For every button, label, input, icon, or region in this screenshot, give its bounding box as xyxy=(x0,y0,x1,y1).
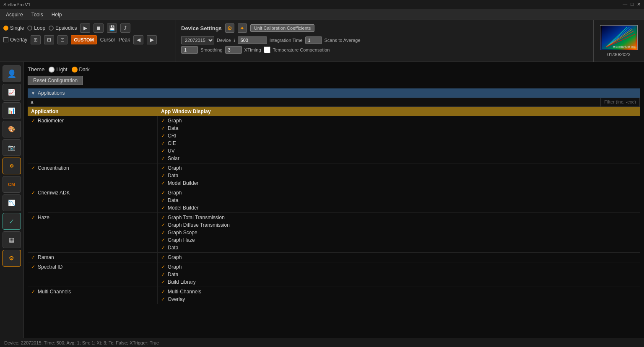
chart-line-button[interactable]: 📈 xyxy=(3,84,21,101)
window-check-2-0[interactable]: ✓ xyxy=(161,190,165,196)
analysis-button[interactable]: 📉 xyxy=(3,194,21,211)
maximize-button[interactable]: □ xyxy=(631,2,634,7)
temp-check[interactable] xyxy=(264,47,270,53)
column-window-header: App Window Display xyxy=(161,109,636,114)
app-check-1[interactable]: ✓ xyxy=(31,165,35,171)
window-item-1-1: ✓Data xyxy=(161,172,636,179)
app-row: ✓Spectral ID✓Graph✓Data✓Build Library xyxy=(28,262,640,287)
back-button[interactable]: ◀ xyxy=(133,35,143,44)
window-label-1-1: Data xyxy=(168,173,178,179)
mode-episodics[interactable]: Epsiodics xyxy=(49,25,77,31)
window-check-2-2[interactable]: ✓ xyxy=(161,205,165,211)
app-check-3[interactable]: ✓ xyxy=(31,215,35,220)
window-check-0-1[interactable]: ✓ xyxy=(161,125,165,131)
window-check-6-1[interactable]: ✓ xyxy=(161,296,165,302)
save-button[interactable]: 💾 xyxy=(107,23,117,33)
device-info-icon[interactable]: ℹ xyxy=(234,38,235,43)
check-button[interactable]: ✓ xyxy=(3,213,21,230)
app-check-6[interactable]: ✓ xyxy=(31,289,35,295)
window-check-0-5[interactable]: ✓ xyxy=(161,155,165,161)
filter-input[interactable] xyxy=(28,98,601,107)
grid-button[interactable]: ▦ xyxy=(3,231,21,248)
loop-radio[interactable] xyxy=(27,26,32,31)
window-check-3-4[interactable]: ✓ xyxy=(161,245,165,251)
window-check-0-4[interactable]: ✓ xyxy=(161,148,165,154)
menu-tools[interactable]: Tools xyxy=(27,11,47,18)
profile-button[interactable]: 👤 xyxy=(3,65,21,82)
device-settings-title: Device Settings xyxy=(181,25,222,31)
menu-bar: Acquire Tools Help xyxy=(0,9,644,20)
close-button[interactable]: ✕ xyxy=(637,2,641,7)
window-check-6-0[interactable]: ✓ xyxy=(161,289,165,295)
window-check-5-0[interactable]: ✓ xyxy=(161,264,165,270)
play-button[interactable]: ▶ xyxy=(80,23,90,33)
settings-icon-btn1[interactable]: ⚙ xyxy=(225,23,234,33)
window-check-1-0[interactable]: ✓ xyxy=(161,165,165,171)
reset-configuration-button[interactable]: Reset Configuration xyxy=(28,76,83,85)
window-check-3-1[interactable]: ✓ xyxy=(161,222,165,228)
camera-button[interactable]: 📷 xyxy=(3,139,21,156)
theme-dark-option[interactable]: Dark xyxy=(72,67,90,73)
theme-light-radio[interactable] xyxy=(49,67,55,73)
window-check-5-1[interactable]: ✓ xyxy=(161,272,165,277)
overlay-checkbox[interactable]: Overlay xyxy=(3,37,27,43)
settings-icon-btn2[interactable]: ✦ xyxy=(238,23,247,33)
color-wheel-button[interactable]: 🎨 xyxy=(3,121,21,137)
window-item-6-0: ✓Multi-Channels xyxy=(161,288,636,295)
window-check-1-2[interactable]: ✓ xyxy=(161,180,165,186)
overlay-btn3[interactable]: ⊡ xyxy=(57,35,68,44)
window-check-3-2[interactable]: ✓ xyxy=(161,230,165,236)
smoothing-input[interactable] xyxy=(181,46,198,54)
window-check-5-2[interactable]: ✓ xyxy=(161,279,165,285)
forward-button[interactable]: ▶ xyxy=(147,35,157,44)
mode-loop[interactable]: Loop xyxy=(27,25,45,31)
app-name-label-6: Multi Channels xyxy=(38,289,71,295)
process-button[interactable]: ⚙ xyxy=(3,158,21,174)
menu-acquire[interactable]: Acquire xyxy=(2,11,27,18)
overlay-btn2[interactable]: ⊟ xyxy=(44,35,54,44)
window-item-1-0: ✓Graph xyxy=(161,164,636,172)
overlay-check[interactable] xyxy=(3,37,8,42)
window-item-4-0: ✓Graph xyxy=(161,254,636,261)
share-button[interactable]: ⤴ xyxy=(120,23,130,33)
window-check-4-0[interactable]: ✓ xyxy=(161,254,165,260)
stop-button[interactable]: ⏹ xyxy=(93,23,104,33)
episodics-radio[interactable] xyxy=(49,26,54,31)
app-check-4[interactable]: ✓ xyxy=(31,254,35,260)
overlay-btn1[interactable]: ⊞ xyxy=(31,35,41,44)
app-check-0[interactable]: ✓ xyxy=(31,118,35,124)
mode-single[interactable]: Single xyxy=(3,25,24,31)
window-label-0-3: CIE xyxy=(168,140,176,146)
calibration-button[interactable]: Unit Calibration Coefficients xyxy=(250,24,315,32)
menu-help[interactable]: Help xyxy=(47,11,66,18)
window-check-1-1[interactable]: ✓ xyxy=(161,173,165,179)
check-icon: ✓ xyxy=(9,218,14,225)
window-check-0-2[interactable]: ✓ xyxy=(161,133,165,139)
integration-time-input[interactable] xyxy=(238,36,267,44)
minimize-button[interactable]: — xyxy=(623,2,627,7)
window-check-3-0[interactable]: ✓ xyxy=(161,215,165,220)
cm-button[interactable]: CM xyxy=(3,176,21,193)
logo-area: ★StellarNet Inc. 01/30/2023 xyxy=(594,20,644,62)
app-row: ✓Multi Channels✓Multi-Channels✓Overlay xyxy=(28,287,640,304)
app-windows-1: ✓Graph✓Data✓Model Builder xyxy=(158,163,640,188)
window-label-4-0: Graph xyxy=(168,254,182,260)
bar-chart-button[interactable]: 📊 xyxy=(3,102,21,119)
window-check-3-3[interactable]: ✓ xyxy=(161,237,165,243)
window-check-0-3[interactable]: ✓ xyxy=(161,140,165,146)
app-check-5[interactable]: ✓ xyxy=(31,264,35,270)
theme-light-option[interactable]: Light xyxy=(49,67,67,73)
app-check-2[interactable]: ✓ xyxy=(31,190,35,196)
temp-label: Temperature Compensation xyxy=(273,47,330,52)
device-id-select[interactable]: 22072015 xyxy=(181,36,214,44)
window-item-0-1: ✓Data xyxy=(161,124,636,132)
settings-button[interactable]: ⚙ xyxy=(3,250,21,267)
xtiming-input[interactable] xyxy=(225,46,242,54)
custom-button[interactable]: CUSTOM xyxy=(71,35,96,44)
theme-dark-radio[interactable] xyxy=(72,67,78,73)
window-check-0-0[interactable]: ✓ xyxy=(161,118,165,124)
window-check-2-1[interactable]: ✓ xyxy=(161,197,165,203)
scans-avg-input[interactable] xyxy=(305,36,322,44)
single-radio[interactable] xyxy=(3,26,8,31)
app-row: ✓Radiometer✓Graph✓Data✓CRI✓CIE✓UV✓Solar xyxy=(28,116,640,163)
